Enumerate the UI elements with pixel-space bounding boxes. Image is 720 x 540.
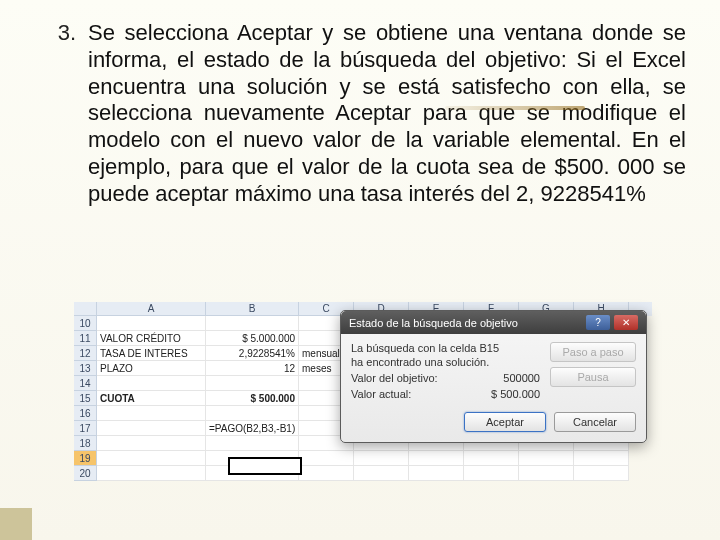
target-label: Valor del objetivo: (351, 372, 438, 384)
cell (519, 466, 574, 481)
cell (206, 436, 299, 451)
cell (354, 451, 409, 466)
cell (519, 451, 574, 466)
dialog-title: Estado de la búsqueda de objetivo (349, 317, 518, 329)
row-number: 13 (74, 361, 97, 376)
current-label: Valor actual: (351, 388, 411, 400)
cell: CUOTA (97, 391, 206, 406)
close-icon[interactable]: ✕ (614, 315, 638, 330)
table-row: 19 (74, 451, 652, 466)
list-paragraph: Se selecciona Aceptar y se obtiene una v… (88, 20, 686, 208)
accept-button[interactable]: Aceptar (464, 412, 546, 432)
list-number: 3. (34, 20, 88, 46)
cell: VALOR CRÉDITO (97, 331, 206, 346)
cell (574, 451, 629, 466)
cell (97, 376, 206, 391)
col-header-b: B (206, 302, 299, 316)
target-value: 500000 (503, 372, 540, 384)
row-number: 20 (74, 466, 97, 481)
row-number: 17 (74, 421, 97, 436)
cell (97, 466, 206, 481)
step-button: Paso a paso (550, 342, 636, 362)
row-number: 18 (74, 436, 97, 451)
row-number: 14 (74, 376, 97, 391)
cell (354, 466, 409, 481)
cell (97, 316, 206, 331)
cell: =PAGO(B2,B3,-B1) (206, 421, 299, 436)
dialog-titlebar: Estado de la búsqueda de objetivo ? ✕ (341, 311, 646, 334)
cell (409, 451, 464, 466)
decorative-underline (445, 106, 585, 110)
cell: PLAZO (97, 361, 206, 376)
dialog-message-line1: La búsqueda con la celda B15 (351, 342, 540, 354)
cell: 2,9228541% (206, 346, 299, 361)
decorative-corner (0, 508, 32, 540)
table-row: 20 (74, 466, 652, 481)
cell: $ 5.000.000 (206, 331, 299, 346)
row-number: 16 (74, 406, 97, 421)
cell (97, 436, 206, 451)
row-number: 12 (74, 346, 97, 361)
row-number: 10 (74, 316, 97, 331)
cell (97, 421, 206, 436)
help-icon[interactable]: ? (586, 315, 610, 330)
pause-button: Pausa (550, 367, 636, 387)
row-number: 15 (74, 391, 97, 406)
cell (206, 316, 299, 331)
cell (464, 466, 519, 481)
dialog-message-line2: ha encontrado una solución. (351, 356, 540, 368)
cell (97, 406, 206, 421)
cell (574, 466, 629, 481)
cell: TASA DE INTERES (97, 346, 206, 361)
current-value: $ 500.000 (491, 388, 540, 400)
cell (299, 451, 354, 466)
selection-box (228, 457, 302, 475)
cell (299, 466, 354, 481)
cell (409, 466, 464, 481)
cell (206, 406, 299, 421)
row-number: 11 (74, 331, 97, 346)
cell (97, 451, 206, 466)
col-header-a: A (97, 302, 206, 316)
goal-seek-dialog: Estado de la búsqueda de objetivo ? ✕ La… (340, 310, 647, 443)
cell (464, 451, 519, 466)
cell: $ 500.000 (206, 391, 299, 406)
cell (206, 376, 299, 391)
row-number: 19 (74, 451, 97, 466)
cell: 12 (206, 361, 299, 376)
cancel-button[interactable]: Cancelar (554, 412, 636, 432)
